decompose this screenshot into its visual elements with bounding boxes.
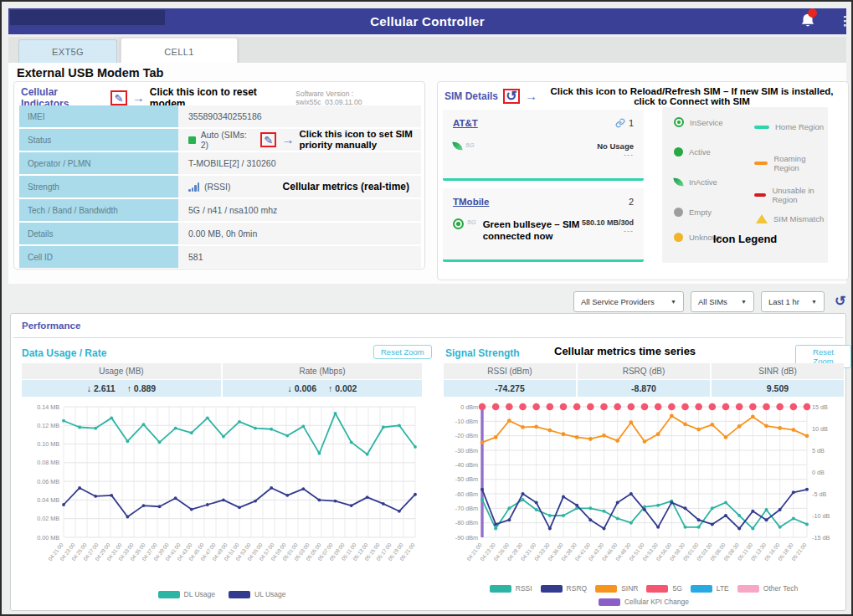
sim-card-att[interactable]: AT&T 1 5G No Usage --- xyxy=(443,110,644,181)
table-row: IMEI 355890340255186 xyxy=(19,105,421,127)
tech-icon: 5G xyxy=(465,141,475,149)
svg-text:0.12 MB: 0.12 MB xyxy=(37,422,59,429)
legend-swatch xyxy=(737,585,759,593)
annotation-arrow-icon: → xyxy=(132,93,145,103)
legend-label: LTE xyxy=(717,584,729,593)
legend-swatch xyxy=(158,591,180,598)
annotation-red-box: ↺ xyxy=(503,89,520,104)
row-value: 581 xyxy=(178,246,421,268)
strength-text: (RSSI) xyxy=(204,182,231,192)
status-text: Auto (SIMs: 2) xyxy=(201,130,255,150)
reset-zoom-button[interactable]: Reset Zoom xyxy=(373,345,432,359)
kebab-menu-icon[interactable]: ⋮ xyxy=(839,12,851,30)
usage-value: 580.10 MB/30d xyxy=(582,218,634,227)
svg-text:0.06 MB: 0.06 MB xyxy=(37,478,59,485)
legend-item: Cellular KPI Change xyxy=(599,598,689,606)
svg-text:-10 dBm: -10 dBm xyxy=(455,418,478,425)
svg-text:10 dB: 10 dB xyxy=(812,425,828,433)
legend-item: SINR xyxy=(595,584,638,593)
usage-sub-value: --- xyxy=(597,151,634,159)
signal-strength-title: Signal Strength xyxy=(445,347,520,359)
svg-text:-60 dBm: -60 dBm xyxy=(455,490,478,498)
sim-slot: 1 xyxy=(615,118,634,128)
app-window: Cellular Controller ⋮ EXT5G CELL1 Extern… xyxy=(0,0,853,616)
data-usage-title: Data Usage / Rate xyxy=(22,347,106,359)
inservice-bullseye-icon xyxy=(453,218,464,229)
rate-up: ↑ 0.002 xyxy=(328,383,357,393)
sim-priority-annotation: Click this icon to set SIM priority manu… xyxy=(299,129,421,151)
column-value: -8.870 xyxy=(578,380,710,397)
usage-up: ↑ 0.889 xyxy=(127,383,156,393)
legend-swatch xyxy=(541,585,563,593)
row-value: Auto (SIMs: 2) ✎ → Click this icon to se… xyxy=(178,129,421,151)
legend-label: SINR xyxy=(621,584,638,593)
table-row: Operator / PLMN T-MOBILE[2] / 310260 xyxy=(19,152,421,174)
svg-text:-90 dBm: -90 dBm xyxy=(455,534,478,542)
usage-summary-table: Usage (MB) ↓ 2.611 ↑ 0.889 Rate (Mbps) ↓… xyxy=(22,363,422,397)
legend-inactive: InActive xyxy=(674,177,717,187)
svg-text:0 dBm: 0 dBm xyxy=(460,403,478,411)
svg-text:0.10 MB: 0.10 MB xyxy=(37,440,59,448)
signal-strength-bars-icon xyxy=(188,182,199,192)
svg-text:-10 dB: -10 dB xyxy=(812,512,830,520)
sim-reload-icon[interactable]: ↺ xyxy=(506,90,516,102)
sim-name-link[interactable]: TMobile xyxy=(453,197,489,207)
svg-text:0.00 MB: 0.00 MB xyxy=(37,534,59,542)
page-heading: External USB Modem Tab xyxy=(17,66,163,80)
svg-text:-40 dBm: -40 dBm xyxy=(455,461,478,469)
row-label: Tech / Band / Bandwidth xyxy=(19,199,178,221)
column-header: Usage (MB) xyxy=(22,363,221,379)
inactive-icon xyxy=(673,177,683,187)
legend-swatch xyxy=(691,585,712,593)
sim-mismatch-icon xyxy=(756,214,768,223)
row-value: 5G / n41 / nsa100 mhz xyxy=(178,199,421,221)
link-icon xyxy=(615,118,625,128)
data-usage-chart[interactable]: 0.14 MB0.12 MB0.10 MB0.08 MB0.06 MB0.04 … xyxy=(22,400,422,589)
usage-sub-value: --- xyxy=(582,227,634,235)
svg-text:15 dB: 15 dB xyxy=(812,403,828,411)
legend-item: UL Usage xyxy=(229,590,285,598)
svg-text:0.08 MB: 0.08 MB xyxy=(37,459,59,466)
svg-text:0.14 MB: 0.14 MB xyxy=(37,403,59,411)
software-version: Software Version : swix55c_03.09.11.00 xyxy=(295,90,418,106)
rate-down: ↓ 0.006 xyxy=(288,383,316,393)
sims-value: All SIMs xyxy=(698,297,727,306)
usage-down: ↓ 2.611 xyxy=(87,383,116,393)
service-provider-select[interactable]: All Service Providers ▼ xyxy=(573,291,684,312)
sim-name-link[interactable]: AT&T xyxy=(453,118,478,128)
software-version-label: Software Version : xyxy=(295,90,353,98)
svg-text:0 dB: 0 dB xyxy=(812,469,825,476)
svg-text:5 dB: 5 dB xyxy=(812,447,825,454)
legend-label: 5G xyxy=(672,584,681,593)
performance-title: Performance xyxy=(22,321,80,331)
row-label: Operator / PLMN xyxy=(19,152,178,174)
tech-icon: 5G xyxy=(467,218,476,226)
tab-ext5g[interactable]: EXT5G xyxy=(18,39,117,63)
time-range-select[interactable]: Last 1 hr ▼ xyxy=(761,291,825,312)
sim-priority-pencil-icon[interactable]: ✎ xyxy=(264,135,273,146)
svg-text:-30 dBm: -30 dBm xyxy=(455,447,478,454)
legend-label: RSSI xyxy=(516,584,532,593)
sim-reload-annotation-line2: click to Connect with SIM xyxy=(634,96,750,106)
legend-item: RSSI xyxy=(490,584,532,593)
row-label: IMEI xyxy=(19,105,178,127)
inactive-leaf-icon xyxy=(452,141,462,151)
tab-cell1[interactable]: CELL1 xyxy=(121,38,238,65)
app-title: Cellular Controller xyxy=(370,14,485,28)
usage-chart-legend: DL UsageUL Usage xyxy=(22,590,422,598)
sim-card-tmobile[interactable]: TMobile 2 5G Green bullseye – SIM connec… xyxy=(443,188,644,262)
column-value: 9.509 xyxy=(712,380,844,397)
header-logo-redacted xyxy=(10,10,165,25)
sims-select[interactable]: All SIMs ▼ xyxy=(691,291,754,312)
legend-item: LTE xyxy=(691,584,729,593)
signal-strength-chart[interactable]: 0 dBm-10 dBm-20 dBm-30 dBm-40 dBm-50 dBm… xyxy=(444,400,844,589)
legend-unusable-region: Unusable in Region xyxy=(754,186,828,204)
legend-home-region: Home Region xyxy=(754,122,824,131)
divider xyxy=(13,337,843,338)
reset-modem-pencil-icon[interactable]: ✎ xyxy=(115,93,124,104)
signal-summary-table: RSSI (dBm) -74.275 RSRQ (dB) -8.870 SINR… xyxy=(444,363,844,397)
legend-swatch xyxy=(490,585,511,593)
refresh-charts-icon[interactable]: ↺ xyxy=(835,293,845,309)
empty-icon xyxy=(674,208,683,217)
column-header: RSRQ (dB) xyxy=(578,363,710,379)
